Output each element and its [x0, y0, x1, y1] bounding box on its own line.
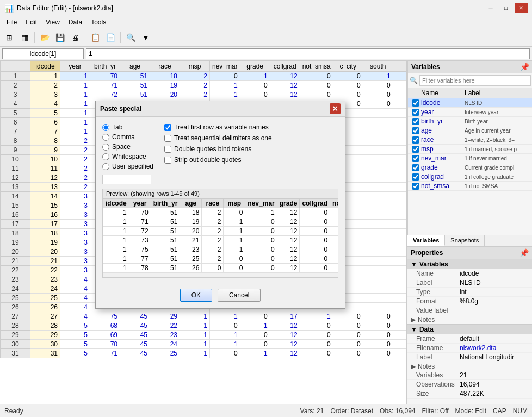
- cell[interactable]: 2: [60, 164, 90, 173]
- cell[interactable]: 45: [120, 312, 150, 321]
- cell[interactable]: [363, 303, 393, 312]
- open-icon[interactable]: 📂: [38, 30, 52, 45]
- cell[interactable]: 1: [180, 349, 210, 358]
- cell[interactable]: 0: [393, 118, 406, 127]
- col-header-birth_yr[interactable]: birth_yr: [90, 61, 120, 72]
- cell[interactable]: 75: [90, 312, 120, 321]
- cell[interactable]: 17: [270, 312, 300, 321]
- cell[interactable]: 0: [393, 220, 406, 229]
- var-checkbox[interactable]: [410, 136, 421, 144]
- radio-space-input[interactable]: [102, 144, 109, 151]
- cell[interactable]: 0: [333, 340, 363, 349]
- menu-tools[interactable]: Tools: [86, 16, 110, 28]
- cell[interactable]: 71: [90, 349, 120, 358]
- cell[interactable]: 4: [60, 294, 90, 303]
- cell[interactable]: 69: [90, 331, 120, 340]
- cell[interactable]: 5: [30, 109, 60, 118]
- cell[interactable]: 27: [30, 312, 60, 321]
- cell[interactable]: 6: [30, 118, 60, 127]
- menu-view[interactable]: View: [41, 16, 64, 28]
- cell[interactable]: 1: [393, 349, 406, 358]
- cell[interactable]: 0: [393, 257, 406, 266]
- tab-variables[interactable]: Variables: [407, 235, 445, 246]
- cell[interactable]: 5: [60, 331, 90, 340]
- cell[interactable]: 0: [240, 331, 270, 340]
- cell[interactable]: 0: [363, 99, 393, 109]
- cell[interactable]: 0: [300, 90, 333, 99]
- cell[interactable]: 3: [30, 90, 60, 99]
- cell[interactable]: 1: [60, 72, 90, 81]
- cb-sequential[interactable]: Treat sequential delimiters as one: [164, 134, 272, 142]
- props-data-header[interactable]: ▼ Data: [407, 325, 532, 334]
- cell[interactable]: 19: [30, 238, 60, 247]
- cell[interactable]: 0: [333, 321, 363, 331]
- cell[interactable]: 70: [90, 340, 120, 349]
- cell[interactable]: 0: [300, 321, 333, 331]
- cell[interactable]: 0: [333, 81, 363, 90]
- cell[interactable]: 0: [393, 99, 406, 109]
- cell[interactable]: 0: [393, 127, 406, 136]
- cell[interactable]: 1: [393, 90, 406, 99]
- cell[interactable]: 0: [240, 90, 270, 99]
- cell[interactable]: 5: [60, 321, 90, 331]
- cell[interactable]: 68: [90, 321, 120, 331]
- col-header-c_city[interactable]: c_city: [333, 61, 363, 72]
- cell[interactable]: 30: [30, 340, 60, 349]
- cell[interactable]: [363, 220, 393, 229]
- var-checkbox[interactable]: [410, 127, 421, 134]
- cell[interactable]: [363, 146, 393, 155]
- cell[interactable]: 1: [60, 90, 90, 99]
- radio-comma[interactable]: Comma: [102, 133, 153, 141]
- window-controls[interactable]: ─ □ ✕: [484, 3, 528, 13]
- radio-space[interactable]: Space: [102, 143, 153, 151]
- cell[interactable]: 0: [393, 284, 406, 294]
- cell[interactable]: 0: [393, 275, 406, 284]
- cell[interactable]: 9: [30, 146, 60, 155]
- preview-scroll[interactable]: [103, 273, 338, 277]
- cell[interactable]: 1: [60, 81, 90, 90]
- cell[interactable]: 2: [60, 173, 90, 183]
- cell[interactable]: 0: [333, 72, 363, 81]
- cell[interactable]: 1: [180, 340, 210, 349]
- cell[interactable]: [363, 201, 393, 210]
- cell[interactable]: 0: [393, 146, 406, 155]
- cell[interactable]: [363, 266, 393, 275]
- cell[interactable]: 70: [90, 72, 120, 81]
- cell[interactable]: 2: [60, 136, 90, 146]
- cell[interactable]: 19: [150, 81, 180, 90]
- print-icon[interactable]: 🖨: [68, 30, 82, 45]
- cell[interactable]: 0: [393, 312, 406, 321]
- props-variables-header[interactable]: ▼ Variables: [407, 259, 532, 269]
- cell[interactable]: [363, 192, 393, 201]
- cell[interactable]: 5: [60, 349, 90, 358]
- cell[interactable]: 0: [393, 210, 406, 220]
- cell[interactable]: 0: [333, 349, 363, 358]
- cell[interactable]: 26: [30, 303, 60, 312]
- cell[interactable]: 0: [300, 340, 333, 349]
- cell[interactable]: 20: [30, 247, 60, 257]
- cell[interactable]: 25: [30, 294, 60, 303]
- col-header-not_smsa[interactable]: not_smsa: [300, 61, 333, 72]
- cell[interactable]: [363, 210, 393, 220]
- cell[interactable]: 0: [363, 331, 393, 340]
- cell[interactable]: [363, 136, 393, 146]
- table-row[interactable]: 111705118201120010: [1, 72, 407, 81]
- copy-icon[interactable]: 📋: [88, 30, 102, 45]
- list-item[interactable]: race 1=white, 2=black, 3=: [408, 135, 532, 145]
- cell[interactable]: 0: [393, 173, 406, 183]
- col-header-nev_mar[interactable]: nev_mar: [210, 61, 240, 72]
- preview-table-container[interactable]: idcodeyearbirth_yrageracemspnev_margrade…: [103, 198, 338, 273]
- cell[interactable]: 0: [300, 72, 333, 81]
- radio-comma-input[interactable]: [102, 134, 109, 141]
- cell[interactable]: 15: [30, 201, 60, 210]
- cell[interactable]: 12: [270, 349, 300, 358]
- cell[interactable]: [363, 247, 393, 257]
- cell[interactable]: 0: [210, 321, 240, 331]
- cell[interactable]: 1: [393, 321, 406, 331]
- cell[interactable]: 2: [180, 81, 210, 90]
- cell[interactable]: 0: [393, 164, 406, 173]
- cell[interactable]: 0: [363, 81, 393, 90]
- cell[interactable]: 72: [90, 90, 120, 99]
- cb-first-row[interactable]: Treat first row as variable names: [164, 123, 272, 131]
- cell[interactable]: 13: [30, 183, 60, 192]
